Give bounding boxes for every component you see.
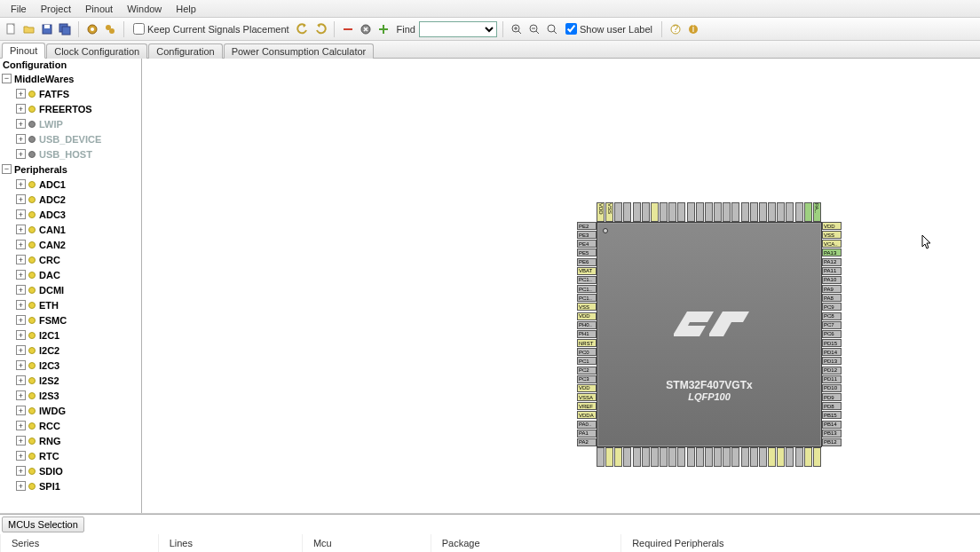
- pin-top-10[interactable]: [687, 202, 695, 222]
- pin-bottom-15[interactable]: [731, 447, 739, 467]
- pin-right-15[interactable]: PD13: [822, 357, 842, 365]
- find-input[interactable]: [419, 21, 497, 37]
- tree-item-i2c2[interactable]: +I2C2: [0, 343, 141, 358]
- tree-item-dac[interactable]: +DAC: [0, 267, 141, 282]
- pin-bottom-24[interactable]: [813, 447, 821, 467]
- menu-project[interactable]: Project: [34, 2, 78, 16]
- pin-top-11[interactable]: [696, 202, 704, 222]
- pin-bottom-11[interactable]: [696, 447, 704, 467]
- pin-right-13[interactable]: PD15: [822, 339, 842, 347]
- pin-bottom-1[interactable]: [605, 447, 613, 467]
- pin-left-7[interactable]: PC1..: [577, 285, 597, 293]
- pin-bottom-10[interactable]: [687, 447, 695, 467]
- pin-bottom-4[interactable]: [633, 447, 641, 467]
- col-lines[interactable]: Lines: [158, 534, 302, 552]
- menu-window[interactable]: Window: [120, 2, 169, 16]
- pin-right-8[interactable]: PA8: [822, 294, 842, 302]
- menu-pinout[interactable]: Pinout: [78, 2, 120, 16]
- pin-right-24[interactable]: PB12: [822, 438, 842, 446]
- tree-item-i2c1[interactable]: +I2C1: [0, 327, 141, 343]
- tree-item-i2s3[interactable]: +I2S3: [0, 388, 141, 403]
- saveall-icon[interactable]: [57, 21, 73, 37]
- add-icon[interactable]: [375, 21, 391, 37]
- pin-right-21[interactable]: PB15: [822, 411, 842, 419]
- pin-bottom-14[interactable]: [723, 447, 731, 467]
- pin-top-21[interactable]: [786, 202, 794, 222]
- pin-left-13[interactable]: NRST: [577, 339, 597, 347]
- pin-top-22[interactable]: [795, 202, 803, 222]
- col-required-peripherals[interactable]: Required Peripherals: [621, 534, 980, 552]
- pin-left-4[interactable]: PE6: [577, 258, 597, 266]
- tab-configuration[interactable]: Configuration: [148, 43, 222, 59]
- pin-top-12[interactable]: [705, 202, 713, 222]
- pin-top-19[interactable]: [768, 202, 776, 222]
- menu-file[interactable]: File: [4, 2, 34, 16]
- pin-right-16[interactable]: PD12: [822, 367, 842, 375]
- pin-left-23[interactable]: PA1: [577, 430, 597, 438]
- tree-item-usb_device[interactable]: +USB_DEVICE: [0, 131, 141, 146]
- tree-group-middlewares[interactable]: −MiddleWares: [0, 71, 141, 86]
- gear2-icon[interactable]: [102, 21, 118, 37]
- pin-bottom-13[interactable]: [714, 447, 722, 467]
- pin-bottom-20[interactable]: [777, 447, 785, 467]
- pin-left-18[interactable]: VDD: [577, 384, 597, 392]
- pin-top-14[interactable]: [723, 202, 731, 222]
- tree-item-spi1[interactable]: +SPI1: [0, 478, 141, 493]
- pin-top-8[interactable]: [668, 202, 676, 222]
- save-icon[interactable]: [39, 21, 55, 37]
- pin-bottom-17[interactable]: [750, 447, 758, 467]
- gear-icon[interactable]: [84, 21, 100, 37]
- pin-top-20[interactable]: [777, 202, 785, 222]
- pin-left-8[interactable]: PC1..: [577, 294, 597, 302]
- pin-top-18[interactable]: [759, 202, 767, 222]
- pin-left-21[interactable]: VDDA: [577, 411, 597, 419]
- tree-item-dcmi[interactable]: +DCMI: [0, 282, 141, 297]
- pin-right-10[interactable]: PC8: [822, 312, 842, 320]
- open-icon[interactable]: [21, 21, 37, 37]
- tree-item-fsmc[interactable]: +FSMC: [0, 312, 141, 327]
- pin-bottom-12[interactable]: [705, 447, 713, 467]
- pin-bottom-7[interactable]: [660, 447, 668, 467]
- tree-item-adc1[interactable]: +ADC1: [0, 177, 141, 192]
- pin-left-3[interactable]: PE5: [577, 248, 597, 256]
- pin-right-20[interactable]: PD8: [822, 402, 842, 410]
- pin-top-13[interactable]: [714, 202, 722, 222]
- pin-left-2[interactable]: PE4: [577, 240, 597, 248]
- tree-item-sdio[interactable]: +SDIO: [0, 463, 141, 478]
- pin-right-6[interactable]: PA10: [822, 276, 842, 284]
- pin-left-12[interactable]: PH1: [577, 330, 597, 338]
- pin-left-16[interactable]: PC2: [577, 367, 597, 375]
- pin-top-9[interactable]: [677, 202, 685, 222]
- pin-bottom-19[interactable]: [768, 447, 776, 467]
- pin-top-7[interactable]: [660, 202, 668, 222]
- col-mcu[interactable]: Mcu: [302, 534, 431, 552]
- tree-item-i2s2[interactable]: +I2S2: [0, 373, 141, 388]
- pin-top-3[interactable]: [623, 202, 631, 222]
- pin-right-17[interactable]: PD11: [822, 375, 842, 383]
- pin-bottom-3[interactable]: [623, 447, 631, 467]
- pin-top-17[interactable]: [750, 202, 758, 222]
- pin-bottom-9[interactable]: [677, 447, 685, 467]
- menu-help[interactable]: Help: [169, 2, 203, 16]
- mcu-selection-tab[interactable]: MCUs Selection: [2, 517, 84, 532]
- pin-right-11[interactable]: PC7: [822, 321, 842, 329]
- zoom-out-icon[interactable]: [526, 21, 542, 37]
- show-user-label-checkbox[interactable]: Show user Label: [565, 23, 652, 35]
- pin-top-2[interactable]: [614, 202, 622, 222]
- tree-item-can2[interactable]: +CAN2: [0, 237, 141, 252]
- pin-left-14[interactable]: PC0: [577, 348, 597, 356]
- pin-top-4[interactable]: [633, 202, 641, 222]
- help-icon[interactable]: ?: [668, 21, 684, 37]
- tree-item-eth[interactable]: +ETH: [0, 297, 141, 312]
- pin-right-0[interactable]: VDD: [822, 222, 842, 230]
- col-series[interactable]: Series: [1, 534, 159, 552]
- pin-top-24[interactable]: PA..: [813, 202, 821, 222]
- tree-group-peripherals[interactable]: −Peripherals: [0, 162, 141, 177]
- pin-bottom-2[interactable]: [614, 447, 622, 467]
- pin-right-1[interactable]: VSS: [822, 231, 842, 239]
- pin-left-20[interactable]: VREF: [577, 402, 597, 410]
- pin-left-1[interactable]: PE3: [577, 231, 597, 239]
- col-package[interactable]: Package: [431, 534, 620, 552]
- pin-left-6[interactable]: PC1..: [577, 276, 597, 284]
- pin-right-5[interactable]: PA11: [822, 267, 842, 275]
